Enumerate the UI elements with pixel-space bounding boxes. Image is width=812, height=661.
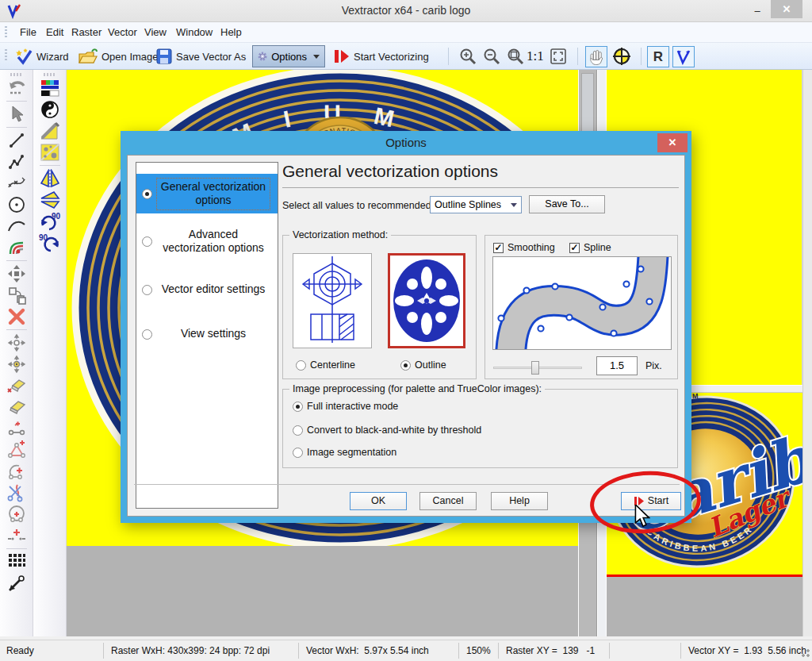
bw-threshold-radio[interactable] xyxy=(293,425,303,436)
outline-label: Outline xyxy=(415,359,446,371)
smoothing-checkbox-row[interactable]: ✓ Smoothing xyxy=(493,242,555,253)
menu-vector[interactable]: Vector xyxy=(108,26,137,38)
segmentation-radio[interactable] xyxy=(293,448,303,458)
nav-advanced-vectorization[interactable]: Advanced vectorization options xyxy=(136,221,278,261)
split-curve-icon[interactable] xyxy=(5,482,29,503)
add-vertex-icon[interactable] xyxy=(5,440,29,460)
zoom-window-button[interactable] xyxy=(506,46,525,67)
eraser-icon[interactable] xyxy=(5,397,29,417)
add-point-icon[interactable] xyxy=(5,525,29,546)
copy-object-icon[interactable] xyxy=(5,285,29,306)
invert-image-icon[interactable] xyxy=(38,99,62,120)
curve-tool-icon[interactable] xyxy=(5,173,29,194)
status-separator xyxy=(498,643,499,659)
despeckle-icon[interactable] xyxy=(38,121,62,141)
vector-view-button[interactable] xyxy=(672,46,695,67)
toolbar-separator xyxy=(577,48,578,65)
centerline-preview[interactable] xyxy=(293,253,372,348)
save-to-button[interactable]: Save To... xyxy=(529,195,605,213)
line-tool-icon[interactable] xyxy=(5,130,29,151)
arc-tool-icon[interactable] xyxy=(5,216,29,236)
cancel-button[interactable]: Cancel xyxy=(419,492,477,510)
wizard-button[interactable]: Wizard xyxy=(14,46,68,67)
polyline-tool-icon[interactable] xyxy=(5,152,29,172)
minimize-button[interactable]: – xyxy=(749,5,766,17)
move-node-icon[interactable] xyxy=(5,332,29,353)
menubar: File Edit Raster Vector View Window Help xyxy=(0,22,812,43)
menu-view[interactable]: View xyxy=(144,26,167,38)
resize-grip[interactable] xyxy=(799,647,810,658)
smoothing-checkbox[interactable]: ✓ xyxy=(493,243,504,253)
full-interactive-radio-row[interactable]: Full interactive mode xyxy=(293,401,398,412)
delete-object-icon[interactable] xyxy=(5,306,29,327)
move-node-center-icon[interactable] xyxy=(5,354,29,375)
raster-view-label: R xyxy=(653,49,663,65)
bw-threshold-radio-row[interactable]: Convert to black-and-white by threshold xyxy=(293,425,481,436)
flip-horizontal-icon[interactable] xyxy=(38,190,62,210)
add-arc-icon[interactable] xyxy=(5,461,29,482)
smoothing-value-input[interactable]: 1.5 xyxy=(596,356,638,375)
start-vectorizing-button[interactable]: Start Vectorizing xyxy=(333,46,429,67)
snap-point-icon[interactable] xyxy=(5,573,29,594)
centerline-radio[interactable] xyxy=(296,360,306,371)
segmentation-radio-row[interactable]: Image segmentation xyxy=(293,447,396,458)
status-vector-xy: Vector XY = 1.93 5.56 inch xyxy=(688,645,806,656)
radio-selected-icon[interactable] xyxy=(142,189,152,199)
zoom-actual-button[interactable]: 1:1 xyxy=(527,46,544,67)
status-raster-xy: Raster XY = 139 -1 xyxy=(506,645,595,656)
radio-icon[interactable] xyxy=(142,329,152,340)
close-button[interactable]: ✕ xyxy=(771,0,802,18)
move-tool-icon[interactable] xyxy=(5,263,29,284)
menu-raster[interactable]: Raster xyxy=(71,26,102,38)
zoom-in-button[interactable] xyxy=(458,46,477,67)
trace-tool-icon[interactable] xyxy=(5,237,29,258)
recommended-select[interactable]: Outline Splines xyxy=(430,196,522,213)
add-circle-icon[interactable] xyxy=(5,504,29,525)
centerline-radio-row[interactable]: Centerline xyxy=(296,359,355,371)
menu-window[interactable]: Window xyxy=(176,26,213,38)
full-interactive-radio[interactable] xyxy=(293,402,303,412)
outline-radio-row[interactable]: Outline xyxy=(400,359,446,371)
circle-tool-icon[interactable] xyxy=(5,194,29,215)
pan-tool-button[interactable] xyxy=(585,46,607,67)
rotate-cw-icon[interactable]: 90 xyxy=(38,211,62,232)
palette-icon[interactable] xyxy=(38,78,62,98)
nav-general-vectorization[interactable]: General vectorization options xyxy=(136,174,278,213)
slider-thumb[interactable] xyxy=(531,361,539,375)
recommended-value: Outline Splines xyxy=(435,199,501,210)
open-image-button[interactable]: Open Image xyxy=(78,46,159,67)
undo-icon[interactable] xyxy=(5,78,29,98)
grid-icon[interactable] xyxy=(5,551,29,572)
nav-view-settings[interactable]: View settings xyxy=(136,320,278,348)
radio-icon[interactable] xyxy=(142,236,152,247)
erase-object-icon[interactable] xyxy=(5,375,29,396)
menu-edit[interactable]: Edit xyxy=(46,26,63,38)
fit-window-button[interactable] xyxy=(549,46,568,67)
rotate-ccw-icon[interactable]: 90 xyxy=(38,233,62,253)
menu-file[interactable]: File xyxy=(20,26,36,38)
join-segments-icon[interactable] xyxy=(5,418,29,439)
menu-help[interactable]: Help xyxy=(220,26,242,38)
spline-checkbox-row[interactable]: ✓ Spline xyxy=(569,242,611,253)
spline-checkbox[interactable]: ✓ xyxy=(569,243,580,253)
status-zoom: 150% xyxy=(466,645,491,656)
select-tool-icon[interactable] xyxy=(5,104,29,125)
smoothing-label: Smoothing xyxy=(508,242,555,253)
options-dropdown-arrow[interactable] xyxy=(313,55,320,59)
radio-icon[interactable] xyxy=(142,285,152,295)
outline-preview[interactable] xyxy=(388,253,465,348)
flip-vertical-icon[interactable] xyxy=(38,168,62,189)
raster-view-button[interactable]: R xyxy=(647,46,669,67)
help-button[interactable]: Help xyxy=(491,492,548,510)
remove-dots-icon[interactable] xyxy=(38,142,62,163)
options-button[interactable]: Options xyxy=(252,45,325,67)
smoothing-slider[interactable] xyxy=(493,361,582,374)
pick-point-button[interactable] xyxy=(612,46,631,67)
ok-button[interactable]: OK xyxy=(350,492,407,510)
save-vector-button[interactable]: Save Vector As xyxy=(155,46,246,67)
image-border-line xyxy=(607,575,802,577)
outline-radio[interactable] xyxy=(400,360,411,371)
dialog-close-button[interactable]: ✕ xyxy=(657,133,688,152)
zoom-out-button[interactable] xyxy=(482,46,501,67)
nav-vector-editor[interactable]: Vector editor settings xyxy=(136,275,278,304)
